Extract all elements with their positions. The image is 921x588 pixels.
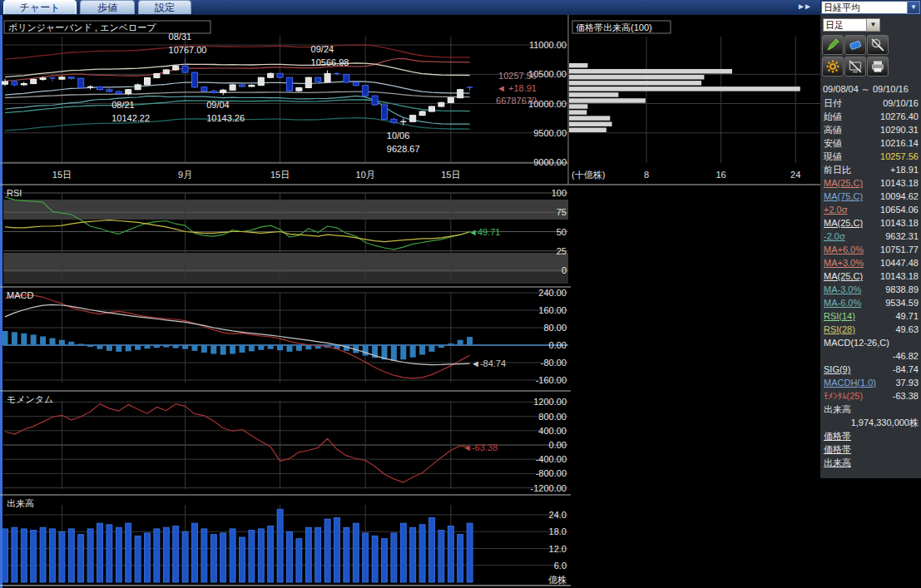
row-label[interactable]: MA(75,C) [824,190,863,203]
volume-bar [182,531,188,582]
print-button[interactable] [867,57,889,77]
volume-bar [391,533,397,582]
row-value: 10257.56 [880,150,919,163]
sidebar-indicator-link[interactable]: 出来高 [820,456,921,469]
chevron-down-icon[interactable]: ▼ [907,1,920,14]
sidebar-data-row: MACD(12-26,C) [820,336,921,349]
row-label: 日付 [824,96,842,110]
screen-button[interactable] [844,57,866,77]
row-value: 10290.31 [880,123,919,136]
sidebar-indicator-link[interactable]: MA(25,C)10143.18 [820,269,921,283]
candle [353,82,359,86]
row-label[interactable]: 出来高 [824,456,851,469]
candle [59,77,65,79]
volume-bar [31,531,37,582]
macd-histogram-bar [78,343,84,345]
candle [296,87,302,91]
volume-bar [429,517,435,582]
row-label[interactable]: MA-3.0% [824,283,861,296]
row-label[interactable]: MA-6.0% [824,296,861,309]
chevron-down-icon[interactable]: ▼ [866,18,880,32]
row-label[interactable]: MA+3.0% [824,256,864,269]
candle [106,90,112,91]
tab-overflow-icon[interactable]: ►► [797,2,810,11]
pencil-button[interactable] [822,35,844,55]
row-label[interactable]: SIG(9) [824,363,850,376]
print-icon [870,59,885,74]
row-label[interactable]: RSI(28) [824,323,855,336]
volume-bar [353,523,359,582]
sidebar-data-row: ﾓﾒﾝﾀﾑ(25)-63.38 [820,389,921,403]
macd-histogram-bar [163,345,169,348]
x-axis-tick: 9月 [178,170,192,180]
row-label[interactable]: MA+6.0% [824,243,864,256]
tab-chart[interactable]: チャート [3,0,77,14]
eraser-button[interactable] [844,35,866,55]
macd-histogram-bar [210,345,216,354]
row-label: 高値 [824,123,842,136]
row-label[interactable]: +2.0σ [824,203,848,216]
sidebar-indicator-link[interactable]: 価格帯 [820,442,921,456]
row-label[interactable]: RSI(14) [824,309,855,323]
y-axis-tick: 9500.00 [533,128,567,138]
sidebar-data-row: 安値10216.14 [820,136,921,150]
sidebar-indicator-link[interactable]: SIG(9)-84.74 [820,363,921,376]
x-axis-tick: 15日 [52,170,72,180]
volume-bar [258,529,264,582]
symbol-combobox[interactable]: 日経平均 [821,1,909,14]
sidebar-indicator-link[interactable]: MA(75,C)10094.62 [820,190,921,203]
row-value: 49.71 [895,309,919,323]
volume-bar [12,527,17,582]
sidebar-indicator-link[interactable]: RSI(28)49.63 [820,323,921,336]
rsi-y-tick: 0 [562,265,567,275]
sidebar-indicator-link[interactable]: +2.0σ10654.06 [820,203,921,216]
row-label[interactable]: MA(25,C) [824,269,863,283]
row-label[interactable]: MACDH(1.0) [824,376,876,389]
macd-histogram-bar [50,338,56,345]
volume-bar [154,529,160,582]
row-label[interactable]: 価格帯 [824,442,851,456]
row-label[interactable]: -2.0σ [824,230,845,243]
sidebar-indicator-link[interactable]: 価格帯 [820,429,921,442]
candle [68,77,74,78]
candle [40,78,46,80]
tab-settings[interactable]: 設定 [138,0,191,14]
annotation-date: 08/21 [111,100,135,110]
tab-ticks[interactable]: 歩値 [80,0,135,14]
volume-y-tick: 12.0 [549,544,567,554]
annotation-price: 10143.26 [206,113,245,123]
sidebar-indicator-link[interactable]: MA+6.0%10751.77 [820,243,921,256]
volume-bar [438,531,444,582]
sidebar-indicator-link[interactable]: MACDH(1.0)37.93 [820,376,921,389]
price-band-bar [569,63,587,68]
row-label[interactable]: 価格帯 [824,429,851,442]
period-combobox[interactable]: 日足 [823,18,868,32]
zoom-button[interactable] [867,35,889,55]
settings-gear-button[interactable] [822,57,844,77]
sidebar-indicator-link[interactable]: MA(25,C)10143.18 [820,216,921,230]
macd-y-tick: 240.00 [538,288,567,298]
macd-histogram-bar [240,345,245,353]
candle [429,106,435,111]
row-label[interactable]: MA(25,C) [824,216,863,230]
macd-histogram-bar [287,345,293,352]
row-label: 前日比 [824,163,851,176]
macd-histogram-bar [438,345,444,348]
current-change-label: ◄ +18.91 [497,83,537,93]
rsi-y-tick: 25 [557,246,567,256]
macd-histogram-bar [12,332,17,345]
sidebar-indicator-link[interactable]: MA(25,C)10143.18 [820,176,921,190]
sidebar-data-row: 現値10257.56 [820,150,921,163]
sidebar-indicator-link[interactable]: MA-3.0%9838.89 [820,283,921,296]
sidebar-indicator-link[interactable]: MA+3.0%10447.48 [820,256,921,269]
volume-bar [192,523,198,582]
macd-histogram-bar [182,345,188,349]
sidebar-data-row: 前日比+18.91 [820,163,921,176]
volume-bar [334,517,340,582]
sidebar-indicator-link[interactable]: -2.0σ9632.31 [820,230,921,243]
y-axis-tick: 9000.00 [533,157,567,167]
sidebar-indicator-link[interactable]: MA-6.0%9534.59 [820,296,921,309]
row-label[interactable]: MA(25,C) [824,176,863,190]
sidebar-indicator-link[interactable]: RSI(14)49.71 [820,309,921,323]
candle [277,73,283,77]
